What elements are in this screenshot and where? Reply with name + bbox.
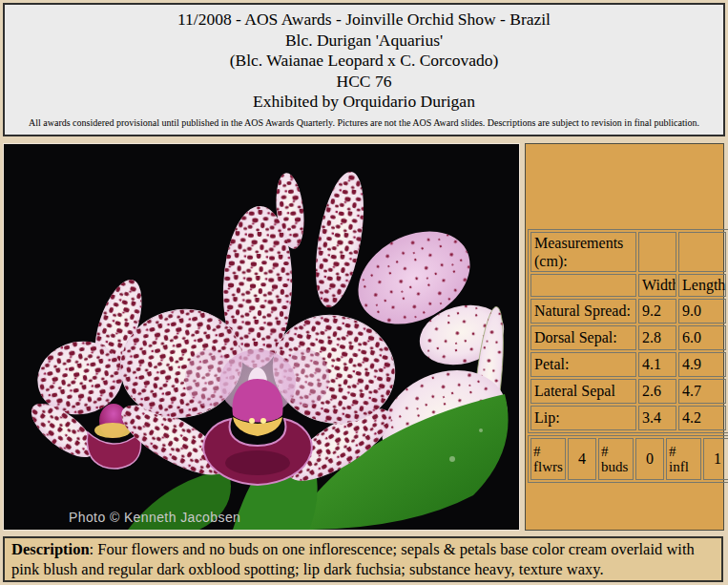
disclaimer-text: All awards considered provisional until … — [5, 117, 723, 129]
description-label: Description — [11, 540, 90, 558]
width-value: 9.2 — [638, 299, 676, 324]
empty-cell — [678, 232, 726, 272]
empty-cell — [530, 274, 636, 297]
width-value: 4.1 — [638, 352, 676, 377]
award-page: 11/2008 - AOS Awards - Joinville Orchid … — [0, 0, 728, 585]
width-value: 2.6 — [638, 379, 676, 404]
table-row: Dorsal Sepal: 2.8 6.0 — [530, 325, 726, 350]
table-row: Lip: 3.4 4.2 — [530, 406, 726, 430]
award-line: HCC 76 — [5, 72, 723, 93]
description-box: Description: Four flowers and no buds on… — [3, 536, 723, 582]
width-value: 2.8 — [638, 325, 676, 350]
counts-table: # flwrs 4 # buds 0 # infl 1 — [528, 435, 728, 483]
buds-count-value: 0 — [635, 438, 664, 480]
description-text: : Four flowers and no buds on one inflor… — [11, 540, 695, 578]
column-header-width: Width — [638, 274, 676, 297]
measurements-table: Measurements (cm): Width Length Natural … — [528, 229, 728, 433]
infl-count-value: 1 — [703, 438, 728, 480]
row-label: Lip: — [530, 406, 636, 430]
row-label: Dorsal Sepal: — [530, 325, 636, 350]
empty-cell — [638, 232, 676, 272]
flowers-count-label: # flwrs — [530, 438, 566, 480]
table-row: Lateral Sepal 2.6 4.7 — [530, 379, 726, 404]
photo-credit: Photo © Kenneth Jacobsen — [69, 510, 240, 525]
buds-count-label: # buds — [598, 438, 634, 480]
table-row: Width Length — [530, 274, 726, 297]
orchid-photo-image — [4, 144, 519, 530]
parentage-line: (Blc. Waianae Leopard x C. Corcovado) — [5, 51, 723, 72]
measurements-title: Measurements (cm): — [530, 232, 636, 272]
column-header-length: Length — [678, 274, 726, 297]
row-label: Natural Spread: — [530, 299, 636, 324]
plant-name-line: Blc. Durigan 'Aquarius' — [5, 31, 723, 52]
length-value: 9.0 — [678, 299, 726, 324]
flowers-count-value: 4 — [568, 438, 596, 480]
infl-count-label: # infl — [666, 438, 701, 480]
table-row: Measurements (cm): — [530, 232, 726, 272]
table-row: # flwrs 4 # buds 0 # infl 1 — [530, 438, 728, 480]
length-value: 4.7 — [678, 379, 726, 404]
table-row: Petal: 4.1 4.9 — [530, 352, 726, 377]
width-value: 3.4 — [638, 406, 676, 430]
exhibitor-line: Exhibited by Orquidario Durigan — [5, 92, 723, 113]
row-label: Lateral Sepal — [530, 379, 636, 404]
orchid-photo: Photo © Kenneth Jacobsen — [3, 143, 520, 531]
length-value: 6.0 — [678, 325, 726, 350]
measurements-panel: Measurements (cm): Width Length Natural … — [525, 143, 724, 531]
length-value: 4.2 — [678, 406, 726, 430]
length-value: 4.9 — [678, 352, 726, 377]
award-show-line: 11/2008 - AOS Awards - Joinville Orchid … — [5, 10, 723, 31]
award-header: 11/2008 - AOS Awards - Joinville Orchid … — [3, 3, 725, 136]
table-row: Natural Spread: 9.2 9.0 — [530, 299, 726, 324]
row-label: Petal: — [530, 352, 636, 377]
